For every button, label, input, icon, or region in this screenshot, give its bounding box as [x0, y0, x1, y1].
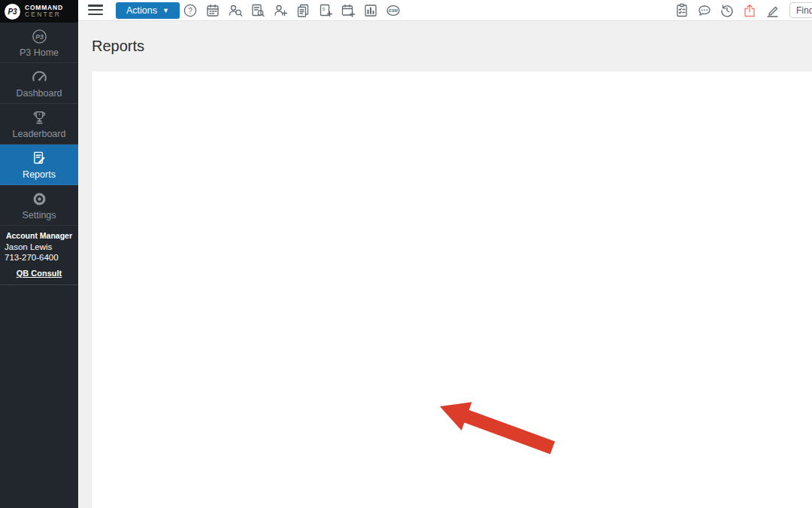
account-manager-block: Account Manager Jason Lewis 713-270-6400… [0, 226, 78, 285]
customer-search-icon[interactable] [227, 2, 243, 18]
reports-panel [92, 71, 812, 508]
sales-quote-search-icon[interactable] [250, 2, 265, 18]
help-icon[interactable]: ? [182, 2, 198, 18]
copy-documents-icon[interactable] [295, 2, 311, 18]
reports-chart-icon[interactable] [362, 2, 378, 18]
p3-logo-icon: P3 [5, 4, 20, 20]
find-customer-input[interactable] [789, 2, 812, 18]
account-manager-phone: 713-270-6400 [5, 253, 74, 262]
add-service-agreement-icon[interactable]: s [317, 2, 333, 18]
page-title: Reports [92, 38, 144, 55]
share-icon[interactable] [741, 2, 757, 18]
qb-consult-link[interactable]: QB Consult [4, 269, 74, 278]
sidebar-item-reports[interactable]: Reports [0, 144, 78, 185]
add-appointment-icon[interactable] [340, 2, 356, 18]
checklist-icon[interactable] [674, 2, 689, 18]
sidebar-item-label: Leaderboard [13, 129, 66, 139]
account-manager-role: Account Manager [4, 231, 74, 240]
svg-text:?: ? [188, 6, 192, 14]
topbar: Actions ▼ ? s ESM [0, 0, 812, 21]
sidebar-item-label: Reports [23, 169, 56, 180]
history-icon[interactable] [719, 2, 735, 18]
p3-logo-icon [31, 28, 48, 45]
svg-text:s: s [322, 5, 325, 11]
sidebar-item-label: Settings [22, 210, 56, 221]
trophy-icon [31, 109, 48, 126]
report-doc-icon [31, 150, 48, 167]
sidebar-item-label: P3 Home [20, 47, 59, 58]
brand-line2: CENTER [25, 11, 63, 18]
sidebar: P3 COMMAND CENTER P3 Home Dashboard Lead… [0, 0, 78, 508]
calendar-icon[interactable] [205, 2, 220, 18]
gauge-icon [31, 68, 48, 86]
sidebar-item-settings[interactable]: Settings [0, 185, 78, 226]
sidebar-item-leaderboard[interactable]: Leaderboard [0, 104, 78, 144]
sidebar-item-dashboard[interactable]: Dashboard [0, 63, 78, 104]
account-manager-name: Jason Lewis [5, 242, 74, 251]
sidebar-item-p3-home[interactable]: P3 Home [0, 23, 78, 63]
add-customer-icon[interactable] [272, 2, 288, 18]
hamburger-menu-icon[interactable] [88, 5, 103, 17]
app-logo[interactable]: P3 COMMAND CENTER [0, 0, 78, 23]
gear-icon [31, 190, 48, 208]
svg-text:ESM: ESM [389, 8, 398, 13]
chevron-down-icon: ▼ [162, 8, 169, 14]
actions-button[interactable]: Actions ▼ [116, 2, 180, 19]
esm-badge-icon[interactable]: ESM [385, 2, 401, 18]
sidebar-item-label: Dashboard [16, 88, 62, 99]
edit-icon[interactable] [764, 2, 780, 18]
chat-icon[interactable] [696, 2, 712, 18]
